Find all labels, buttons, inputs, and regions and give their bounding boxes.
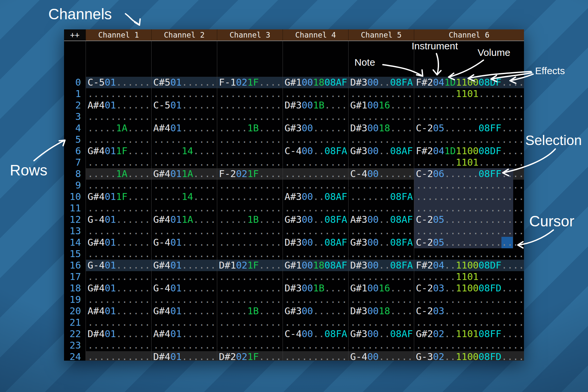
pattern-cell-ch2[interactable]: ........... (151, 317, 217, 328)
pattern-cell-ch3[interactable]: ........... (217, 180, 283, 191)
pattern-cell-ch5[interactable]: ........... (348, 111, 414, 122)
pattern-cell-ch4[interactable]: ........... (283, 203, 348, 214)
pattern-cell-ch2[interactable]: G#4011A.... (151, 214, 217, 225)
pattern-cell-ch2[interactable]: ........... (151, 248, 217, 260)
pattern-cell-ch3[interactable]: D#2021F.... (217, 351, 283, 361)
pattern-cell-ch1[interactable]: ........... (86, 111, 151, 122)
pattern-cell-ch1[interactable]: .....1A.... (86, 122, 151, 134)
pattern-cell-ch4[interactable]: ........... (283, 168, 348, 180)
pattern-cell-ch3[interactable]: ........... (217, 317, 283, 328)
pattern-cell-ch5[interactable]: G#300..08AF (348, 328, 414, 340)
pattern-cell-ch4[interactable]: D#300..08AF (283, 237, 348, 248)
pattern-cell-ch4[interactable]: D#3001B.... (283, 283, 348, 294)
pattern-cell-ch1[interactable]: G#4011F.... (86, 191, 151, 203)
pattern-cell-ch3[interactable]: ........... (217, 157, 283, 168)
pattern-cell-ch1[interactable]: ........... (86, 225, 151, 237)
pattern-cell-ch4[interactable]: ........... (283, 351, 348, 361)
pattern-cell-ch5[interactable]: C-400...... (348, 168, 414, 180)
pattern-cell-ch5[interactable]: G#10016.... (348, 100, 414, 111)
pattern-cell-ch6[interactable]: C-203.............. (414, 305, 524, 317)
pattern-cell-ch4[interactable]: G#1001808AF (283, 77, 348, 88)
row-number[interactable]: 21 (64, 317, 86, 328)
pattern-cell-ch4[interactable]: ........... (283, 134, 348, 145)
pattern-cell-ch5[interactable]: G#300..08FA (348, 237, 414, 248)
pattern-cell-ch5[interactable]: A#300..08AF (348, 214, 414, 225)
row-number[interactable]: 4 (64, 122, 86, 134)
row-number[interactable]: 17 (64, 271, 86, 283)
pattern-cell-ch3[interactable]: ........... (217, 134, 283, 145)
pattern-cell-ch5[interactable]: D#30018.... (348, 122, 414, 134)
row-number[interactable]: 7 (64, 157, 86, 168)
pattern-cell-ch2[interactable]: G#4011A.... (151, 168, 217, 180)
channel-header-3[interactable]: Channel 3 (217, 29, 283, 41)
pattern-cell-ch4[interactable]: ........... (283, 271, 348, 283)
pattern-cell-ch1[interactable]: G-401...... (86, 260, 151, 271)
row-number[interactable]: 3 (64, 111, 86, 122)
pattern-cell-ch6[interactable]: ................... (414, 100, 524, 111)
pattern-cell-ch2[interactable]: ........... (151, 271, 217, 283)
pattern-cell-ch6[interactable]: G#202..110108FF.... (414, 328, 524, 340)
pattern-cell-ch3[interactable]: ........... (217, 283, 283, 294)
pattern-cell-ch5[interactable]: D#300..08FA (348, 77, 414, 88)
pattern-cell-ch3[interactable]: ........... (217, 88, 283, 100)
channel-header-4[interactable]: Channel 4 (283, 29, 348, 41)
pattern-cell-ch4[interactable]: A#300..08AF (283, 191, 348, 203)
pattern-cell-ch3[interactable]: ........... (217, 203, 283, 214)
pattern-cell-ch4[interactable]: ........... (283, 157, 348, 168)
pattern-cell-ch5[interactable]: D#300..08FA (348, 260, 414, 271)
pattern-cell-ch4[interactable]: ........... (283, 225, 348, 237)
row-number[interactable]: 18 (64, 283, 86, 294)
row-number[interactable]: 23 (64, 340, 86, 351)
pattern-cell-ch6[interactable]: C-203..110008FD.... (414, 283, 524, 294)
pattern-cell-ch6[interactable]: F#204..110008DF.... (414, 260, 524, 271)
pattern-cell-ch3[interactable]: ........... (217, 145, 283, 157)
pattern-cell-ch6[interactable]: F#2041D110008DF.... (414, 77, 524, 88)
pattern-cell-ch3[interactable]: ........... (217, 225, 283, 237)
row-number[interactable]: 6 (64, 145, 86, 157)
row-number[interactable]: 14 (64, 237, 86, 248)
pattern-cell-ch1[interactable]: G#401...... (86, 237, 151, 248)
pattern-cell-ch1[interactable]: ........... (86, 88, 151, 100)
pattern-cell-ch2[interactable]: G#401...... (151, 260, 217, 271)
pattern-cell-ch6[interactable]: ................... (414, 317, 524, 328)
pattern-cell-ch5[interactable]: ........... (348, 203, 414, 214)
channel-header-5[interactable]: Channel 5 (348, 29, 414, 41)
row-number[interactable]: 16 (64, 260, 86, 271)
row-number[interactable]: 20 (64, 305, 86, 317)
pattern-cell-ch1[interactable]: G-401...... (86, 214, 151, 225)
pattern-cell-ch2[interactable]: .....14.... (151, 191, 217, 203)
pattern-cell-ch6[interactable]: C-205......08FF.... (414, 122, 524, 134)
row-number[interactable]: 22 (64, 328, 86, 340)
row-number[interactable]: 13 (64, 225, 86, 237)
pattern-cell-ch1[interactable]: ........... (86, 157, 151, 168)
pattern-cell-ch6[interactable]: .......1101........ (414, 88, 524, 100)
channel-collapse-button[interactable]: ++ (64, 29, 86, 41)
pattern-cell-ch2[interactable]: .....14.... (151, 145, 217, 157)
pattern-cell-ch1[interactable]: ........... (86, 271, 151, 283)
pattern-cell-ch6[interactable]: F#2041D110008DF.... (414, 145, 524, 157)
row-number[interactable]: 11 (64, 203, 86, 214)
pattern-cell-ch2[interactable]: C-501...... (151, 100, 217, 111)
pattern-cell-ch1[interactable]: ........... (86, 340, 151, 351)
pattern-cell-ch3[interactable]: ........... (217, 271, 283, 283)
pattern-cell-ch2[interactable]: G-401...... (151, 283, 217, 294)
pattern-cell-ch6[interactable]: C-205.............. (414, 237, 524, 248)
pattern-cell-ch6[interactable]: ................... (414, 203, 524, 214)
pattern-cell-ch1[interactable]: ........... (86, 248, 151, 260)
pattern-cell-ch5[interactable]: ........... (348, 271, 414, 283)
pattern-cell-ch5[interactable]: ........... (348, 340, 414, 351)
pattern-cell-ch6[interactable]: C-206......08FF.... (414, 168, 524, 180)
pattern-cell-ch2[interactable]: ........... (151, 88, 217, 100)
pattern-cell-ch1[interactable]: A#401...... (86, 100, 151, 111)
pattern-cell-ch6[interactable]: ................... (414, 111, 524, 122)
pattern-cell-ch4[interactable]: G#1001808AF (283, 260, 348, 271)
pattern-cell-ch1[interactable]: ........... (86, 203, 151, 214)
pattern-cell-ch1[interactable]: G#4011F.... (86, 145, 151, 157)
pattern-cell-ch6[interactable]: .......1101........ (414, 157, 524, 168)
pattern-cell-ch1[interactable]: A#401...... (86, 305, 151, 317)
pattern-cell-ch2[interactable]: ........... (151, 111, 217, 122)
pattern-cell-ch3[interactable]: F-2021F.... (217, 168, 283, 180)
pattern-cell-ch1[interactable]: .....1A.... (86, 168, 151, 180)
pattern-cell-ch2[interactable]: G#401...... (151, 305, 217, 317)
row-number[interactable]: 12 (64, 214, 86, 225)
